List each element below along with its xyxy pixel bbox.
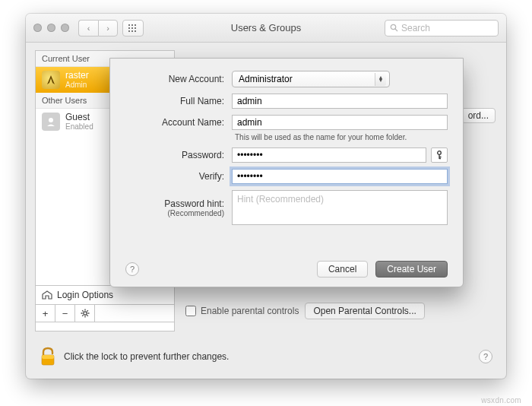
home-icon (42, 290, 52, 300)
cancel-button[interactable]: Cancel (317, 261, 368, 278)
enable-parental-checkbox[interactable]: Enable parental controls (185, 303, 299, 319)
preferences-window: ‹ › Users & Groups Search Current User r… (26, 14, 506, 379)
svg-point-11 (49, 118, 53, 122)
back-button[interactable]: ‹ (78, 20, 98, 36)
forward-button[interactable]: › (98, 20, 118, 36)
chevron-updown-icon: ▲▼ (375, 73, 386, 86)
new-account-sheet: New Account: Administrator ▲▼ Full Name:… (109, 58, 464, 287)
svg-rect-6 (128, 30, 130, 32)
password-label: Password: (125, 150, 224, 160)
open-parental-button[interactable]: Open Parental Controls... (305, 303, 424, 319)
window-controls (33, 24, 69, 32)
sheet-buttons: Cancel Create User (317, 261, 448, 278)
nav-group: ‹ › (78, 20, 118, 36)
user-name: raster (65, 71, 89, 81)
search-icon (390, 24, 398, 32)
create-user-button[interactable]: Create User (375, 261, 448, 278)
svg-line-18 (87, 315, 87, 316)
full-name-label: Full Name: (125, 96, 224, 106)
action-menu-button[interactable] (75, 305, 95, 322)
svg-rect-3 (128, 27, 130, 29)
guest-name: Guest (65, 113, 93, 122)
svg-line-17 (82, 310, 83, 311)
sheet-help-button[interactable]: ? (125, 262, 139, 276)
account-name-label: Account Name: (125, 117, 224, 128)
show-all-button[interactable] (122, 20, 144, 36)
watermark: wsxdn.com (481, 396, 521, 404)
password-input[interactable] (232, 147, 426, 163)
login-options-row[interactable]: Login Options (35, 285, 175, 305)
sidebar-footer: Login Options + − (35, 285, 175, 322)
user-role: Admin (65, 81, 89, 89)
svg-rect-7 (131, 30, 133, 32)
svg-rect-4 (131, 27, 133, 29)
help-button[interactable]: ? (479, 350, 492, 363)
verify-input[interactable] (232, 169, 448, 184)
titlebar: ‹ › Users & Groups Search (26, 14, 506, 43)
grid-icon (128, 24, 138, 32)
verify-label: Verify: (125, 171, 224, 182)
key-icon (435, 151, 443, 160)
guest-info: Guest Enabled (65, 113, 93, 131)
svg-rect-1 (131, 24, 133, 26)
close-icon[interactable] (33, 24, 42, 32)
svg-rect-22 (42, 355, 54, 359)
svg-point-12 (83, 312, 86, 315)
svg-rect-2 (135, 24, 136, 26)
minimize-icon[interactable] (47, 24, 55, 32)
full-name-input[interactable] (232, 94, 448, 109)
svg-rect-0 (128, 24, 130, 26)
svg-rect-5 (135, 27, 136, 29)
svg-line-19 (82, 315, 83, 316)
search-field[interactable]: Search (385, 20, 499, 36)
enable-parental-label: Enable parental controls (201, 306, 299, 316)
password-assistant-button[interactable] (431, 147, 448, 163)
svg-line-20 (87, 310, 87, 311)
account-name-input[interactable] (232, 115, 448, 130)
guest-sub: Enabled (65, 122, 93, 131)
lock-icon[interactable] (40, 347, 56, 366)
svg-line-10 (395, 29, 397, 31)
gear-icon (81, 309, 90, 318)
remove-user-button[interactable]: − (55, 305, 75, 322)
lock-text: Click the lock to prevent further change… (64, 351, 229, 362)
new-account-label: New Account: (125, 74, 224, 84)
user-info: raster Admin (65, 71, 89, 89)
zoom-icon[interactable] (61, 24, 69, 32)
password-hint-input[interactable]: Hint (Recommended) (232, 190, 448, 225)
account-type-value: Administrator (239, 74, 293, 84)
change-password-button[interactable]: ord... (461, 108, 496, 123)
avatar-icon (42, 71, 60, 89)
lock-row: Click the lock to prevent further change… (40, 347, 492, 366)
svg-point-23 (438, 151, 442, 155)
account-type-select[interactable]: Administrator ▲▼ (232, 71, 390, 87)
add-user-button[interactable]: + (36, 305, 55, 322)
account-name-helper: This will be used as the name for your h… (232, 133, 448, 141)
bottom-controls: Enable parental controls Open Parental C… (185, 303, 496, 319)
svg-point-9 (391, 24, 395, 29)
guest-avatar-icon (42, 113, 60, 131)
login-options-label: Login Options (57, 290, 113, 300)
hint-label: Password hint: (Recommended) (125, 198, 224, 217)
parental-checkbox-input[interactable] (185, 306, 196, 316)
search-placeholder: Search (401, 23, 430, 33)
svg-rect-8 (135, 30, 136, 32)
new-account-form: New Account: Administrator ▲▼ Full Name:… (125, 71, 448, 225)
sidebar-toolbar: + − (35, 305, 175, 322)
